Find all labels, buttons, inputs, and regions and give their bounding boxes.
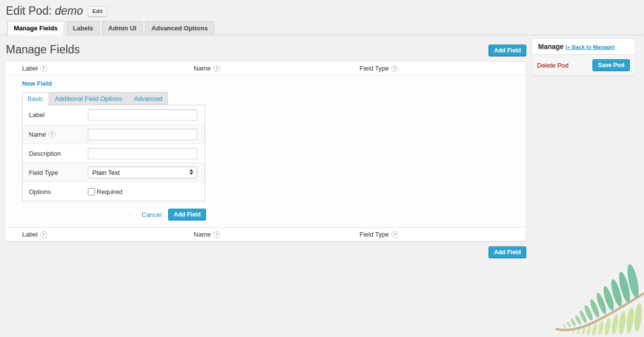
column-header-field-type: Field Type ? (360, 65, 526, 72)
form-row-description: Description (23, 144, 205, 163)
fields-table-footer: Label ? Name ? Field Type ? (5, 228, 526, 241)
field-name-input[interactable] (88, 129, 197, 140)
new-field-actions: Cancel Add Field (22, 209, 206, 220)
add-field-button-top[interactable]: Add Field (489, 45, 526, 56)
section-title: Manage Fields (6, 43, 80, 56)
new-field-tabs: Basic Additional Field Options Advanced (22, 92, 526, 105)
tab-manage-fields[interactable]: Manage Fields (7, 21, 64, 35)
manage-fields-section: Manage Fields Add Field Label ? Name ? F… (5, 35, 526, 258)
help-icon[interactable]: ? (391, 65, 398, 72)
tab-admin-ui[interactable]: Admin UI (102, 21, 143, 35)
field-type-select-wrap: Plain Text (88, 167, 197, 178)
page-header: Edit Pod: demo Edit (0, 0, 644, 18)
page-title-prefix: Edit Pod: (6, 4, 55, 17)
fields-table: Label ? Name ? Field Type ? New Field Ba… (5, 61, 526, 241)
help-icon[interactable]: ? (40, 65, 47, 72)
pod-nav-tabs: Manage Fields Labels Admin UI Advanced O… (0, 21, 644, 35)
help-icon[interactable]: ? (213, 65, 220, 72)
help-icon[interactable]: ? (391, 231, 398, 238)
cancel-link[interactable]: Cancel (142, 211, 161, 218)
column-footer-field-type: Field Type ? (360, 231, 526, 238)
manage-postbox: Manage (« Back to Manage) Delete Pod Sav… (532, 38, 635, 76)
new-field-title-link[interactable]: New Field (22, 80, 52, 87)
column-header-label: Label ? (5, 65, 194, 72)
column-footer-label: Label ? (5, 231, 194, 238)
field-name-label: Name ? (29, 131, 88, 138)
field-type-label: Field Type (29, 169, 88, 176)
pod-name: demo (55, 4, 83, 17)
field-description-label: Description (29, 150, 88, 157)
tab-basic[interactable]: Basic (22, 92, 49, 105)
field-label-label: Label (29, 111, 88, 119)
field-description-input[interactable] (88, 148, 197, 159)
fields-table-header: Label ? Name ? Field Type ? (5, 62, 526, 75)
field-label-input[interactable] (88, 109, 197, 120)
tab-advanced[interactable]: Advanced (129, 92, 168, 105)
add-field-button-bottom[interactable]: Add Field (489, 246, 526, 258)
form-row-field-type: Field Type Plain Text (23, 163, 205, 182)
required-option: Required (88, 188, 123, 195)
tab-advanced-options[interactable]: Advanced Options (145, 21, 214, 35)
manage-postbox-header: Manage (« Back to Manage) (532, 39, 635, 55)
content-area: Manage Fields Add Field Label ? Name ? F… (0, 35, 644, 258)
column-header-name: Name ? (194, 65, 360, 72)
page-title: Edit Pod: demo (6, 4, 83, 18)
manage-sidebar: Manage (« Back to Manage) Delete Pod Sav… (532, 38, 635, 76)
delete-pod-link[interactable]: Delete Pod (537, 62, 568, 69)
required-checkbox-label: Required (97, 188, 123, 195)
tab-additional-field-options[interactable]: Additional Field Options (50, 92, 128, 105)
manage-fields-heading-row: Manage Fields Add Field (5, 43, 526, 56)
edit-pod-name-button[interactable]: Edit (88, 6, 107, 17)
tab-labels[interactable]: Labels (67, 21, 100, 35)
form-row-label: Label (23, 105, 205, 124)
save-pod-button[interactable]: Save Pod (592, 59, 630, 71)
new-field-form: Label Name ? Description (22, 105, 205, 201)
required-checkbox[interactable] (88, 188, 95, 195)
form-row-options: Options Required (23, 182, 205, 201)
help-icon[interactable]: ? (40, 231, 47, 238)
new-field-editor: New Field Basic Additional Field Options… (5, 75, 526, 228)
bottom-actions: Add Field (5, 246, 526, 258)
help-icon[interactable]: ? (213, 231, 220, 238)
add-field-submit-button[interactable]: Add Field (168, 209, 206, 220)
help-icon[interactable]: ? (49, 131, 55, 138)
column-footer-name: Name ? (194, 231, 360, 238)
field-options-label: Options (29, 188, 88, 195)
pods-leaf-decoration (550, 264, 644, 337)
back-to-manage-link[interactable]: (« Back to Manage) (566, 44, 615, 50)
manage-postbox-body: Delete Pod Save Pod (532, 54, 635, 75)
field-type-select[interactable]: Plain Text (88, 167, 197, 178)
manage-postbox-title: Manage (538, 43, 564, 50)
form-row-name: Name ? (23, 124, 205, 144)
